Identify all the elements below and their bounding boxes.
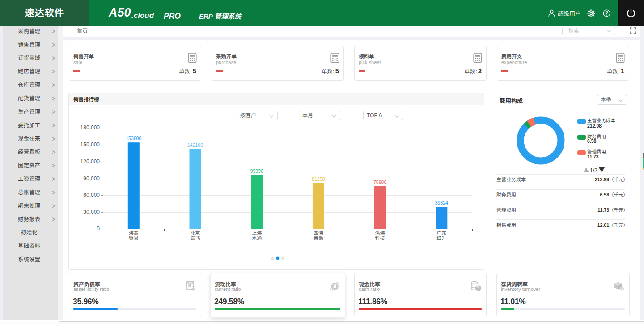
svg-text:¥: ¥	[333, 283, 336, 290]
svg-text:水通: 水通	[252, 235, 262, 241]
svg-text:120,000: 120,000	[80, 158, 100, 165]
svg-text:音像: 音像	[314, 235, 323, 241]
svg-text:75980: 75980	[373, 179, 386, 185]
svg-text:153600: 153600	[126, 136, 141, 141]
svg-text:39324: 39324	[435, 200, 448, 205]
svg-text:正飞: 正飞	[191, 235, 200, 241]
svg-text:30,000: 30,000	[83, 209, 100, 215]
svg-text:95990: 95990	[250, 168, 263, 174]
svg-text:0: 0	[97, 226, 100, 232]
svg-text:60,000: 60,000	[83, 192, 100, 198]
svg-text:科技: 科技	[375, 235, 385, 241]
svg-text:142100: 142100	[187, 142, 203, 148]
svg-text:81258: 81258	[312, 176, 325, 182]
svg-text:150,000: 150,000	[80, 141, 100, 148]
svg-text:贸易: 贸易	[129, 235, 139, 241]
svg-text:红升: 红升	[436, 235, 446, 241]
svg-text:90,000: 90,000	[83, 175, 100, 182]
svg-text:180,000: 180,000	[80, 124, 100, 131]
